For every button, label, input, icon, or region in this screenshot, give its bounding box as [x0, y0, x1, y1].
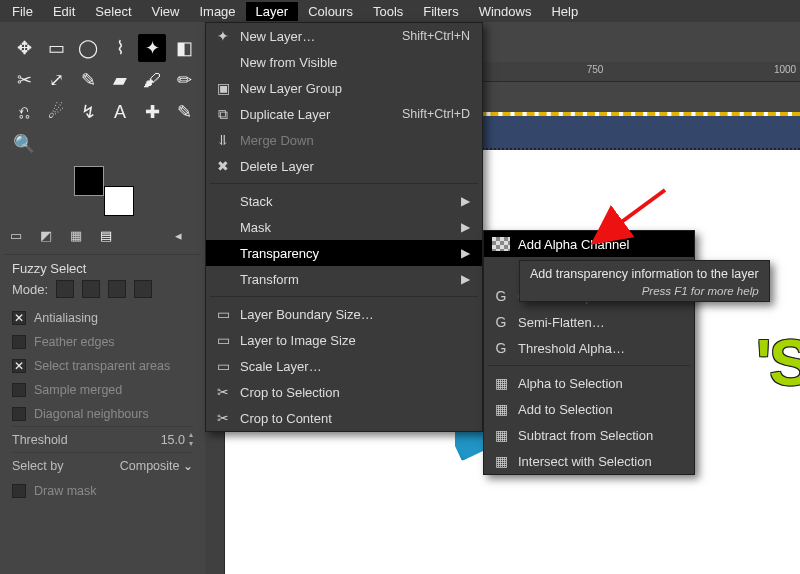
tooltip-text: Add transparency information to the laye… — [530, 267, 759, 281]
tab-brushes-icon[interactable]: ▦ — [70, 228, 90, 248]
menu-label: New Layer Group — [240, 81, 470, 96]
transform-tool-icon[interactable]: ⤢ — [42, 66, 70, 94]
magic-wand-tool-icon[interactable]: ✦ — [138, 34, 166, 62]
tab-images-icon[interactable]: ▤ — [100, 228, 120, 248]
bg-colour-swatch[interactable] — [104, 186, 134, 216]
mode-add-icon[interactable] — [82, 280, 100, 298]
crop-to-content[interactable]: ✂ Crop to Content — [206, 405, 482, 431]
diag-neigh-checkbox[interactable] — [12, 407, 26, 421]
paint-bucket-tool-icon[interactable]: ▰ — [106, 66, 134, 94]
move-tool-icon[interactable]: ✥ — [10, 34, 38, 62]
draw-mask-label: Draw mask — [34, 484, 97, 498]
gegl-icon: G — [492, 288, 510, 304]
menu-label: Add Alpha Channel — [518, 237, 682, 252]
clone-tool-icon[interactable]: ⎌ — [10, 98, 38, 126]
antialiasing-option[interactable]: ✕ Antialiasing — [12, 306, 193, 330]
mode-subtract-icon[interactable] — [108, 280, 126, 298]
ruler-tick: 750 — [587, 64, 604, 75]
crop-tool-icon[interactable]: ✂ — [10, 66, 38, 94]
select-by-label: Select by — [12, 459, 63, 473]
intersect-with-selection[interactable]: ▦ Intersect with Selection — [484, 448, 694, 474]
menu-help[interactable]: Help — [541, 2, 588, 21]
alpha-to-selection[interactable]: ▦ Alpha to Selection — [484, 370, 694, 396]
add-alpha-channel[interactable]: Add Alpha Channel — [484, 231, 694, 257]
tab-device-status-icon[interactable]: ▭ — [10, 228, 30, 248]
duplicate-layer[interactable]: ⧉ Duplicate Layer Shift+Ctrl+D — [206, 101, 482, 127]
ellipse-select-tool-icon[interactable]: ◯ — [74, 34, 102, 62]
scale-layer[interactable]: ▭ Scale Layer… — [206, 353, 482, 379]
pencil-tool-icon[interactable]: ✏ — [170, 66, 198, 94]
menu-label: Intersect with Selection — [518, 454, 682, 469]
lasso-tool-icon[interactable]: ⌇ — [106, 34, 134, 62]
mode-intersect-icon[interactable] — [134, 280, 152, 298]
menu-tools[interactable]: Tools — [363, 2, 413, 21]
sample-merged-option[interactable]: Sample merged — [12, 378, 193, 402]
sample-merged-checkbox[interactable] — [12, 383, 26, 397]
threshold-field[interactable]: Threshold 15.0 ▴▾ — [12, 426, 193, 453]
mask-submenu[interactable]: Mask ▶ — [206, 214, 482, 240]
text-tool-icon[interactable]: A — [106, 98, 134, 126]
menu-edit[interactable]: Edit — [43, 2, 85, 21]
ruler-tick: 1000 — [774, 64, 796, 75]
select-trans-checkbox[interactable]: ✕ — [12, 359, 26, 373]
menu-select[interactable]: Select — [85, 2, 141, 21]
delete-layer[interactable]: ✖ Delete Layer — [206, 153, 482, 179]
selection-icon: ▦ — [492, 401, 510, 417]
menu-windows[interactable]: Windows — [469, 2, 542, 21]
tool-options-title: Fuzzy Select — [4, 255, 201, 280]
select-trans-option[interactable]: ✕ Select transparent areas — [12, 354, 193, 378]
merge-down: ⥥ Merge Down — [206, 127, 482, 153]
add-to-selection[interactable]: ▦ Add to Selection — [484, 396, 694, 422]
smudge-tool-icon[interactable]: ☄ — [42, 98, 70, 126]
diag-neigh-option[interactable]: Diagonal neighbours — [12, 402, 193, 426]
zoom-tool-icon[interactable]: 🔍 — [10, 130, 38, 158]
select-by-field[interactable]: Select by Composite ⌄ — [12, 453, 193, 479]
fg-colour-swatch[interactable] — [74, 166, 104, 196]
feather-option[interactable]: Feather edges — [12, 330, 193, 354]
menu-file[interactable]: File — [2, 2, 43, 21]
threshold-alpha[interactable]: G Threshold Alpha… — [484, 335, 694, 361]
threshold-spinner[interactable]: ▴▾ — [189, 431, 193, 448]
feather-checkbox[interactable] — [12, 335, 26, 349]
menu-view[interactable]: View — [142, 2, 190, 21]
tab-tool-options-icon[interactable]: ◩ — [40, 228, 60, 248]
diag-neigh-label: Diagonal neighbours — [34, 407, 149, 421]
rect-select-tool-icon[interactable]: ▭ — [42, 34, 70, 62]
menu-label: Stack — [240, 194, 453, 209]
menu-filters[interactable]: Filters — [413, 2, 468, 21]
tooltip: Add transparency information to the laye… — [519, 260, 770, 302]
by-colour-select-tool-icon[interactable]: ◧ — [170, 34, 198, 62]
mode-replace-icon[interactable] — [56, 280, 74, 298]
eyedropper-tool-icon[interactable]: ✎ — [170, 98, 198, 126]
antialiasing-checkbox[interactable]: ✕ — [12, 311, 26, 325]
subtract-from-selection[interactable]: ▦ Subtract from Selection — [484, 422, 694, 448]
path-tool-icon[interactable]: ↯ — [74, 98, 102, 126]
transparency-submenu[interactable]: Transparency ▶ — [206, 240, 482, 266]
draw-mask-option[interactable]: Draw mask — [12, 479, 193, 503]
draw-mask-checkbox[interactable] — [12, 484, 26, 498]
threshold-value[interactable]: 15.0 — [161, 433, 185, 447]
crop-to-selection[interactable]: ✂ Crop to Selection — [206, 379, 482, 405]
select-by-value: Composite — [120, 459, 180, 473]
measure-tool-icon[interactable]: ✚ — [138, 98, 166, 126]
menu-layer[interactable]: Layer — [246, 2, 299, 21]
stack-submenu[interactable]: Stack ▶ — [206, 188, 482, 214]
transform-submenu[interactable]: Transform ▶ — [206, 266, 482, 292]
layer-to-image-size[interactable]: ▭ Layer to Image Size — [206, 327, 482, 353]
layer-boundary-size[interactable]: ▭ Layer Boundary Size… — [206, 301, 482, 327]
crop-icon: ✂ — [214, 384, 232, 400]
menu-image[interactable]: Image — [189, 2, 245, 21]
semi-flatten[interactable]: G Semi-Flatten… — [484, 309, 694, 335]
menu-colours[interactable]: Colours — [298, 2, 363, 21]
warp-tool-icon[interactable]: ✎ — [74, 66, 102, 94]
menu-accel: Shift+Ctrl+D — [402, 107, 470, 121]
new-layer[interactable]: ✦ New Layer… Shift+Ctrl+N — [206, 23, 482, 49]
feather-label: Feather edges — [34, 335, 115, 349]
new-layer-group[interactable]: ▣ New Layer Group — [206, 75, 482, 101]
brush-tool-icon[interactable]: 🖌 — [138, 66, 166, 94]
separator — [210, 183, 478, 184]
tab-menu-icon[interactable]: ◂ — [175, 228, 195, 248]
new-from-visible[interactable]: New from Visible — [206, 49, 482, 75]
fgbg-swatch[interactable] — [74, 166, 134, 216]
menu-label: Mask — [240, 220, 453, 235]
